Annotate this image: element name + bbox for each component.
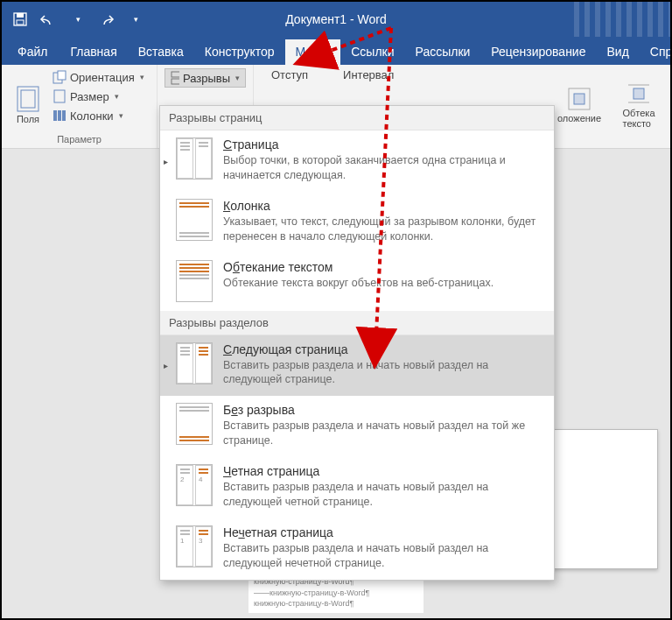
position-button[interactable]: оложение (553, 68, 606, 142)
undo-chevron-icon[interactable]: ▾ (66, 8, 89, 31)
wrap-label: Обтека тексто (622, 108, 654, 129)
break-continuous-desc: Вставить разрыв раздела и начать новый р… (223, 419, 545, 448)
break-column-title: Колонка (223, 199, 545, 213)
svg-rect-6 (58, 71, 66, 80)
chevron-right-icon: ▸ (164, 361, 168, 370)
break-page[interactable]: ▸ Страница Выбор точки, в которой заканч… (160, 130, 554, 192)
columns-button[interactable]: Колонки▾ (52, 107, 144, 124)
title-bar: ▾ ▾ Документ1 - Word (2, 2, 670, 37)
ribbon-tabs: Файл Главная Вставка Конструктор Макет С… (2, 37, 670, 65)
break-page-desc: Выбор точки, в которой заканчивается одн… (223, 153, 545, 183)
quick-access-toolbar: ▾ ▾ (9, 8, 147, 31)
document-title: Документ1 - Word (285, 12, 387, 26)
break-text-wrapping-icon (176, 260, 213, 302)
svg-rect-4 (21, 90, 35, 108)
svg-rect-15 (634, 88, 644, 99)
tab-file[interactable]: Файл (5, 39, 60, 65)
tab-insert[interactable]: Вставка (128, 39, 194, 65)
svg-rect-7 (54, 90, 65, 102)
tab-review[interactable]: Рецензирование (480, 39, 596, 65)
svg-rect-11 (172, 72, 179, 77)
margins-label: Поля (17, 114, 39, 124)
tab-home[interactable]: Главная (60, 39, 127, 65)
break-next-page-title: Следующая страница (223, 342, 545, 356)
page-thumbnail (553, 429, 658, 569)
break-column-desc: Указывает, что текст, следующий за разры… (223, 215, 545, 244)
break-odd-page-title: Нечетная страница (223, 525, 545, 539)
group-arrange: оложение Обтека тексто (548, 65, 670, 148)
dropdown-section-section-breaks: Разрывы разделов (160, 311, 554, 335)
redo-icon[interactable] (94, 8, 117, 31)
qat-customize-icon[interactable]: ▾ (124, 8, 147, 31)
tab-help[interactable]: Справка (640, 39, 672, 65)
wrap-text-button[interactable]: Обтека тексто (612, 68, 665, 142)
chevron-right-icon: ▸ (164, 156, 168, 166)
group-page-setup: Поля Ориентация▾ Размер▾ Колонки▾ Параме… (2, 65, 158, 148)
save-icon[interactable] (9, 8, 32, 31)
title-bar-decoration (574, 2, 670, 37)
svg-rect-1 (17, 13, 24, 18)
page-setup-group-label: Параметр (9, 134, 150, 146)
svg-rect-8 (53, 110, 57, 121)
tab-references[interactable]: Ссылки (340, 39, 404, 65)
break-text-wrapping-desc: Обтекание текста вокруг объектов на веб-… (223, 276, 545, 291)
orientation-button[interactable]: Ориентация▾ (52, 68, 144, 86)
break-next-page-icon (176, 342, 213, 384)
svg-rect-10 (62, 110, 66, 121)
break-text-wrapping-title: Обтекание текстом (223, 260, 545, 274)
break-continuous[interactable]: Без разрыва Вставить разрыв раздела и на… (160, 396, 554, 457)
tab-view[interactable]: Вид (596, 39, 639, 65)
break-page-icon (176, 137, 213, 180)
size-label: Размер (70, 90, 109, 103)
break-continuous-title: Без разрыва (223, 403, 545, 417)
break-odd-page-desc: Вставить разрыв раздела и начать новый р… (223, 541, 545, 571)
break-odd-page-icon: 1 3 (176, 525, 213, 567)
break-next-page-desc: Вставить разрыв раздела и начать новый р… (223, 358, 545, 388)
margins-button[interactable]: Поля (9, 68, 47, 142)
break-even-page[interactable]: 2 4 Четная страница Вставить разрыв разд… (160, 457, 554, 518)
position-label: оложение (557, 113, 601, 123)
undo-icon[interactable] (37, 8, 60, 31)
break-next-page[interactable]: ▸ Следующая страница Вставить разрыв раз… (160, 335, 554, 397)
break-text-wrapping[interactable]: Обтекание текстом Обтекание текста вокру… (160, 253, 554, 311)
breaks-dropdown: Разрывы страниц ▸ Страница Выбор точки, … (159, 105, 555, 581)
breaks-label: Разрывы (183, 72, 230, 85)
svg-rect-14 (574, 94, 584, 104)
orientation-label: Ориентация (70, 71, 135, 84)
break-even-page-icon: 2 4 (176, 464, 213, 506)
break-column-icon (176, 199, 213, 241)
dropdown-section-page-breaks: Разрывы страниц (160, 106, 554, 130)
break-even-page-desc: Вставить разрыв раздела и начать новый р… (223, 480, 545, 510)
breaks-button[interactable]: Разрывы▾ (164, 68, 246, 88)
break-odd-page[interactable]: 1 3 Нечетная страница Вставить разрыв ра… (160, 518, 554, 580)
break-page-title: Страница (223, 137, 545, 151)
break-column[interactable]: Колонка Указывает, что текст, следующий … (160, 192, 554, 253)
size-button[interactable]: Размер▾ (52, 88, 144, 105)
svg-rect-12 (172, 79, 179, 84)
tab-mailings[interactable]: Рассылки (405, 39, 481, 65)
break-continuous-icon (176, 403, 213, 445)
svg-rect-2 (17, 20, 24, 25)
svg-rect-9 (58, 110, 61, 121)
columns-label: Колонки (70, 109, 114, 123)
break-even-page-title: Четная страница (223, 464, 545, 478)
tab-layout[interactable]: Макет (285, 39, 341, 65)
tab-design[interactable]: Конструктор (194, 39, 285, 65)
